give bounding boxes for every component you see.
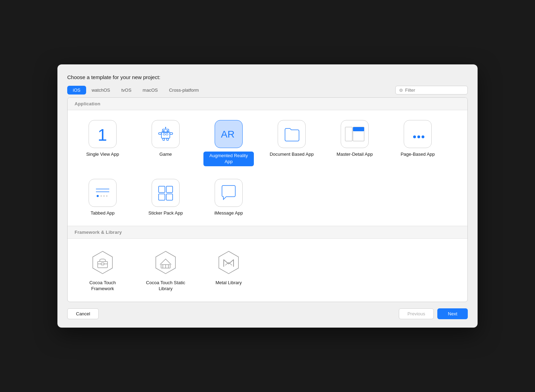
cocoa-touch-static-svg (153, 250, 178, 275)
ar-icon-wrapper: AR (215, 120, 243, 148)
metal-library-svg (216, 250, 241, 275)
filter-input[interactable] (405, 88, 464, 93)
template-chooser-dialog: Choose a template for your new project: … (57, 64, 478, 328)
document-label: Document Based App (270, 152, 314, 158)
template-cocoa-touch-static[interactable]: Cocoa Touch Static Library (138, 246, 194, 295)
single-view-icon-wrapper: 1 (89, 120, 117, 148)
svg-point-25 (106, 195, 107, 197)
metal-library-label: Metal Library (215, 280, 242, 286)
imessage-icon (218, 183, 239, 202)
tabbed-label: Tabbed App (91, 210, 115, 216)
cocoa-touch-framework-icon (89, 248, 117, 276)
svg-point-4 (167, 130, 168, 132)
tab-watchos[interactable]: watchOS (86, 86, 116, 94)
tabbed-icon (92, 184, 113, 202)
document-icon-wrapper (278, 120, 306, 148)
sticker-label: Sticker Pack App (148, 210, 183, 216)
game-icon (157, 125, 175, 143)
svg-rect-27 (166, 186, 173, 192)
svg-point-19 (422, 135, 424, 138)
framework-templates-grid: Cocoa Touch Framework Coco (68, 239, 467, 302)
game-icon-wrapper (152, 120, 180, 148)
svg-rect-16 (353, 127, 364, 131)
svg-point-17 (413, 135, 416, 138)
template-tabbed[interactable]: Tabbed App (75, 176, 131, 219)
ar-label: Augmented Reality App (203, 152, 254, 166)
svg-point-3 (163, 130, 165, 132)
page-based-icon-wrapper (404, 120, 432, 148)
svg-rect-7 (159, 133, 161, 134)
svg-rect-26 (159, 186, 165, 192)
svg-text:AR: AR (221, 129, 235, 140)
svg-point-22 (97, 195, 99, 197)
svg-rect-14 (345, 127, 352, 141)
svg-rect-9 (163, 138, 165, 140)
sticker-icon (155, 183, 176, 202)
svg-marker-30 (93, 251, 112, 274)
tab-tvos[interactable]: tvOS (116, 86, 137, 94)
master-detail-icon-wrapper (341, 120, 369, 148)
document-icon (284, 125, 300, 143)
tab-crossplatform[interactable]: Cross-platform (164, 86, 204, 94)
cancel-button[interactable]: Cancel (67, 308, 99, 319)
filter-icon: ⊜ (399, 88, 403, 93)
cocoa-touch-static-label: Cocoa Touch Static Library (140, 280, 191, 292)
platform-tabs: iOS watchOS tvOS macOS Cross-platform (67, 86, 395, 94)
templates-content: Application 1 Single View App (67, 97, 468, 302)
template-document[interactable]: Document Based App (264, 117, 320, 169)
tab-macos[interactable]: macOS (137, 86, 163, 94)
application-section-header: Application (68, 98, 467, 110)
next-button[interactable]: Next (437, 308, 468, 319)
svg-text:1: 1 (98, 126, 107, 144)
svg-point-6 (165, 127, 166, 128)
imessage-label: iMessage App (214, 210, 243, 216)
tabbed-icon-wrapper (89, 179, 117, 207)
metal-library-icon (215, 248, 243, 276)
template-sticker-pack[interactable]: Sticker Pack App (138, 176, 194, 219)
svg-point-24 (103, 195, 105, 197)
svg-rect-29 (166, 194, 173, 200)
cocoa-touch-framework-svg (90, 250, 115, 275)
filter-box[interactable]: ⊜ (395, 86, 468, 94)
sticker-icon-wrapper (152, 179, 180, 207)
master-detail-label: Master-Detail App (336, 152, 373, 158)
cocoa-touch-static-icon (152, 248, 180, 276)
template-ar[interactable]: AR Augmented Reality App (201, 117, 257, 169)
template-single-view[interactable]: 1 Single View App (75, 117, 131, 169)
svg-rect-28 (159, 194, 165, 200)
svg-marker-34 (156, 251, 175, 274)
template-master-detail[interactable]: Master-Detail App (327, 117, 383, 169)
dialog-footer: Cancel Previous Next (67, 308, 468, 319)
page-based-icon (407, 125, 429, 143)
tab-ios[interactable]: iOS (67, 86, 86, 94)
dialog-title: Choose a template for your new project: (67, 74, 468, 80)
application-templates-grid: 1 Single View App (68, 110, 467, 226)
single-view-icon: 1 (95, 125, 110, 144)
svg-point-18 (417, 135, 420, 138)
cocoa-touch-framework-label: Cocoa Touch Framework (77, 280, 128, 292)
svg-rect-12 (166, 134, 168, 135)
single-view-label: Single View App (86, 152, 119, 158)
ar-icon: AR (220, 128, 237, 140)
svg-rect-11 (163, 134, 165, 135)
previous-button[interactable]: Previous (399, 308, 434, 319)
footer-right: Previous Next (399, 308, 468, 319)
page-based-label: Page-Based App (401, 152, 435, 158)
template-imessage[interactable]: iMessage App (201, 176, 257, 219)
template-game[interactable]: Game (138, 117, 194, 169)
game-label: Game (159, 152, 172, 158)
template-page-based[interactable]: Page-Based App (390, 117, 446, 169)
svg-point-23 (100, 195, 102, 197)
svg-rect-33 (101, 263, 104, 265)
imessage-icon-wrapper (215, 179, 243, 207)
template-cocoa-touch-framework[interactable]: Cocoa Touch Framework (75, 246, 131, 295)
master-detail-icon (345, 126, 365, 142)
template-metal-library[interactable]: Metal Library (201, 246, 257, 295)
svg-rect-10 (167, 138, 168, 140)
framework-section-header: Framework & Library (68, 226, 467, 239)
svg-rect-8 (170, 133, 173, 134)
